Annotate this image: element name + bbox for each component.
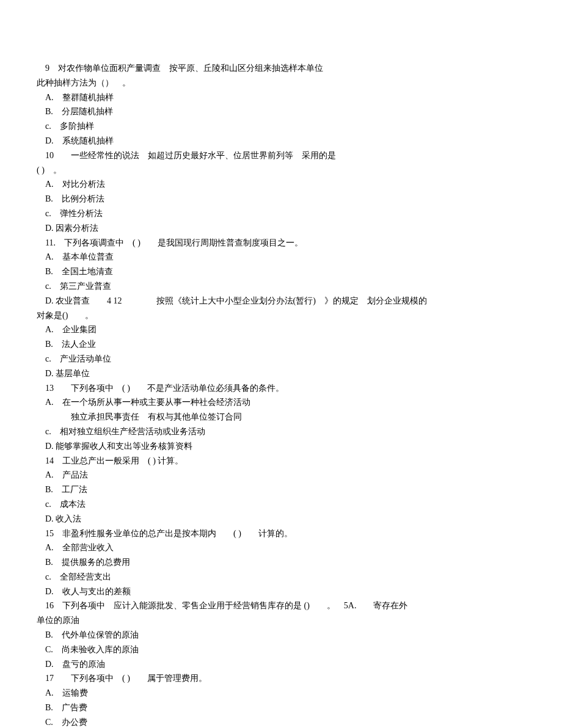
q11-text: 下列各项调查中 ( ) 是我国现行周期性普查制度项目之一。 xyxy=(56,238,303,247)
q15-opt-c: c. 全部经营支出 xyxy=(37,570,525,584)
q9-line1: 9 对农作物单位面积产量调查 按平原、丘陵和山区分组来抽选样本单位 xyxy=(37,61,525,76)
q10-num: 10 xyxy=(45,151,54,160)
q9-line2: 此种抽样方法为（） 。 xyxy=(37,76,525,90)
q14-opt-a: A. 产品法 xyxy=(37,468,525,482)
q9-opt-c: c. 多阶抽样 xyxy=(37,119,525,134)
q14-text: 工业总产出一般采用 ( ) 计算。 xyxy=(62,456,183,465)
q13-num: 13 xyxy=(45,384,54,393)
q11-line1: 11. 下列各项调查中 ( ) 是我国现行周期性普查制度项目之一。 xyxy=(37,236,525,250)
q14-line1: 14 工业总产出一般采用 ( ) 计算。 xyxy=(37,454,525,468)
q17-line1: 17 下列各项中 ( ) 属于管理费用。 xyxy=(37,671,525,686)
q15-line1: 15 非盈利性服务业单位的总产出是按本期内 ( ) 计算的。 xyxy=(37,526,525,541)
q15-opt-a: A. 全部营业收入 xyxy=(37,541,525,555)
q10-line1: 10 一些经常性的说法 如超过历史最好水平、位居世界前列等 采用的是 xyxy=(37,148,525,163)
q17-num: 17 xyxy=(45,674,54,683)
q17-text: 下列各项中 ( ) 属于管理费用。 xyxy=(54,674,207,683)
q15-opt-b: B. 提供服务的总费用 xyxy=(37,555,525,570)
q9-opt-b: B. 分层随机抽样 xyxy=(37,104,525,119)
q9-opt-a: A. 整群随机抽样 xyxy=(37,90,525,105)
q16-opt-b: B. 代外单位保管的原油 xyxy=(37,628,525,642)
q17-opt-b: B. 广告费 xyxy=(37,701,525,715)
q12-merged: D. 农业普查 4 12 按照《统计上大中小型企业划分办法(暂行) 》的规定 划… xyxy=(37,294,525,308)
document-content: 9 对农作物单位面积产量调查 按平原、丘陵和山区分组来抽选样本单位 此种抽样方法… xyxy=(37,61,525,728)
q16-line1: 16 下列各项中 应计入能源批发、零售企业用于经营销售库存的是 () 。 5A.… xyxy=(37,599,525,613)
q10-opt-b: B. 比例分析法 xyxy=(37,192,525,206)
q9-num: 9 xyxy=(45,64,49,73)
q13-opt-c: c. 相对独立组织生产经营活动或业务活动 xyxy=(37,424,525,439)
q12-line2: 对象是() 。 xyxy=(37,308,525,323)
q16-opt-d: D. 盘亏的原油 xyxy=(37,657,525,672)
q15-text: 非盈利性服务业单位的总产出是按本期内 ( ) 计算的。 xyxy=(62,529,293,538)
q17-opt-a: A. 运输费 xyxy=(37,686,525,701)
q17-opt-c: C. 办公费 xyxy=(37,715,525,728)
q10-line2: ( ) 。 xyxy=(37,163,525,178)
q14-opt-d: D. 收入法 xyxy=(37,512,525,526)
q16-num: 16 xyxy=(45,601,54,610)
q12-opt-b: B. 法人企业 xyxy=(37,337,525,352)
q13-line1: 13 下列各项中 ( ) 不是产业活动单位必须具备的条件。 xyxy=(37,381,525,396)
q12-opt-c: c. 产业活动单位 xyxy=(37,352,525,366)
q11-opt-a: A. 基本单位普查 xyxy=(37,250,525,264)
q14-opt-c: c. 成本法 xyxy=(37,497,525,512)
q16-opt-c: C. 尚未验收入库的原油 xyxy=(37,642,525,657)
q10-opt-d: D. 因素分析法 xyxy=(37,221,525,236)
q15-num: 15 xyxy=(45,529,54,538)
q11-opt-b: B. 全国土地清查 xyxy=(37,264,525,279)
q14-num: 14 xyxy=(45,456,54,465)
q13-opt-d: D. 能够掌握收人和支出等业务核算资料 xyxy=(37,439,525,454)
q10-text: 一些经常性的说法 如超过历史最好水平、位居世界前列等 采用的是 xyxy=(54,151,336,160)
q13-text: 下列各项中 ( ) 不是产业活动单位必须具备的条件。 xyxy=(54,384,284,393)
q16-text: 下列各项中 应计入能源批发、零售企业用于经营销售库存的是 () 。 5A. 寄存… xyxy=(54,601,407,610)
q13-opt-a: A. 在一个场所从事一种或主要从事一种社会经济活动 xyxy=(37,395,525,410)
q12-opt-d: D. 基层单位 xyxy=(37,366,525,381)
q11-opt-c: c. 第三产业普查 xyxy=(37,279,525,294)
q12-opt-a: A. 企业集团 xyxy=(37,322,525,337)
q11-num: 11. xyxy=(45,238,56,247)
q16-line2: 单位的原油 xyxy=(37,613,525,628)
q13-opt-b: 独立承担民事责任 有权与其他单位签订合同 xyxy=(37,410,525,424)
q15-opt-d: D. 收人与支出的差额 xyxy=(37,584,525,599)
q10-opt-c: c. 弹性分析法 xyxy=(37,206,525,221)
q9-text: 对农作物单位面积产量调查 按平原、丘陵和山区分组来抽选样本单位 xyxy=(58,64,323,73)
q14-opt-b: B. 工厂法 xyxy=(37,482,525,497)
q10-opt-a: A. 对比分析法 xyxy=(37,177,525,192)
q9-opt-d: D. 系统随机抽样 xyxy=(37,134,525,148)
